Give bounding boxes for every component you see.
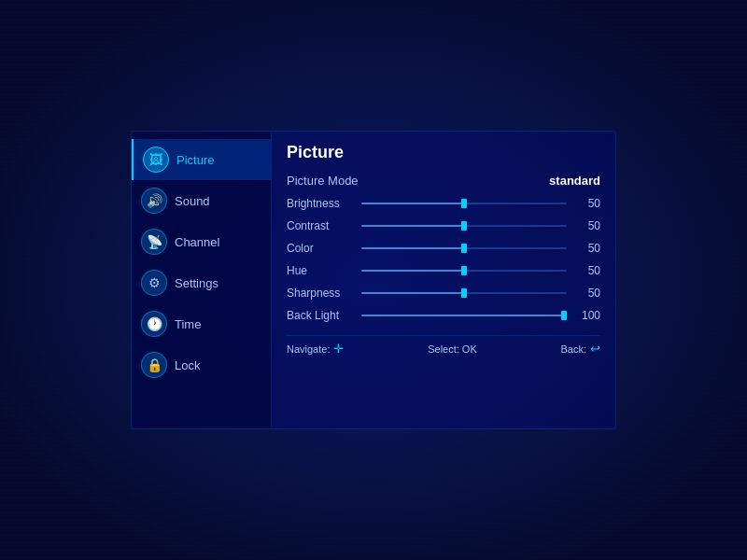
hue-row: Hue 50: [287, 262, 600, 279]
channel-icon: 📡: [141, 229, 167, 255]
brightness-row: Brightness 50: [287, 195, 600, 212]
contrast-row: Contrast 50: [287, 217, 600, 234]
settings-icon: ⚙: [141, 270, 167, 296]
sidebar-label-sound: Sound: [175, 194, 210, 208]
picture-mode-row: Picture Mode standard: [287, 172, 600, 189]
sidebar-label-time: Time: [175, 317, 201, 331]
contrast-label: Contrast: [287, 219, 354, 232]
sidebar-item-settings[interactable]: ⚙ Settings: [132, 262, 271, 303]
backlight-fill: [361, 315, 567, 316]
sharpness-label: Sharpness: [287, 287, 354, 300]
backlight-row: Back Light 100: [287, 307, 600, 324]
sidebar-label-picture: Picture: [176, 153, 214, 167]
picture-mode-value: standard: [549, 174, 600, 188]
backlight-thumb: [561, 311, 567, 320]
contrast-value: 50: [574, 219, 600, 232]
sharpness-fill: [361, 292, 464, 294]
brightness-value: 50: [574, 197, 600, 210]
main-content: Picture Picture Mode standard Brightness…: [272, 132, 615, 428]
sharpness-value: 50: [574, 287, 600, 300]
brightness-fill: [361, 203, 464, 204]
menu-container: 🖼 Picture 🔊 Sound 📡 Channel ⚙ Settings 🕐…: [131, 131, 616, 429]
color-fill: [361, 247, 464, 249]
lock-icon: 🔒: [141, 352, 167, 378]
hue-value: 50: [574, 264, 600, 277]
page-title: Picture: [287, 143, 600, 162]
sharpness-slider[interactable]: [361, 292, 567, 294]
select-label: Select: OK: [428, 343, 477, 355]
hue-slider[interactable]: [361, 270, 567, 272]
nav-bar: Navigate: ✛ Select: OK Back: ↩: [287, 335, 600, 356]
color-thumb: [461, 244, 467, 253]
sidebar-label-lock: Lock: [175, 358, 200, 372]
sidebar-item-time[interactable]: 🕐 Time: [132, 303, 271, 344]
contrast-fill: [361, 225, 464, 227]
brightness-thumb: [461, 199, 467, 208]
picture-mode-label: Picture Mode: [287, 174, 359, 188]
sound-icon: 🔊: [141, 188, 167, 214]
backlight-value: 100: [574, 309, 600, 322]
sidebar-label-settings: Settings: [175, 276, 218, 290]
hue-thumb: [461, 266, 467, 275]
sidebar-item-sound[interactable]: 🔊 Sound: [132, 180, 271, 221]
back-hint: Back: ↩: [560, 342, 600, 356]
contrast-thumb: [461, 221, 467, 231]
navigate-hint: Navigate: ✛: [287, 342, 344, 356]
sidebar-item-picture[interactable]: 🖼 Picture: [132, 139, 271, 180]
color-row: Color 50: [287, 240, 600, 257]
time-icon: 🕐: [141, 311, 167, 337]
sharpness-thumb: [461, 288, 467, 298]
backlight-label: Back Light: [287, 309, 354, 322]
back-icon: ↩: [590, 342, 600, 356]
sidebar-label-channel: Channel: [175, 235, 219, 249]
navigate-label: Navigate:: [287, 343, 330, 355]
sidebar-item-lock[interactable]: 🔒 Lock: [132, 344, 271, 385]
brightness-label: Brightness: [287, 197, 354, 210]
color-value: 50: [574, 242, 600, 255]
sharpness-row: Sharpness 50: [287, 285, 600, 301]
brightness-slider[interactable]: [361, 203, 567, 204]
contrast-slider[interactable]: [361, 225, 567, 227]
hue-fill: [361, 270, 464, 272]
tv-background: 🖼 Picture 🔊 Sound 📡 Channel ⚙ Settings 🕐…: [0, 0, 747, 560]
sidebar-item-channel[interactable]: 📡 Channel: [132, 221, 271, 262]
backlight-slider[interactable]: [361, 315, 567, 316]
sidebar: 🖼 Picture 🔊 Sound 📡 Channel ⚙ Settings 🕐…: [132, 132, 272, 428]
select-hint: Select: OK: [428, 343, 477, 355]
picture-icon: 🖼: [143, 147, 169, 173]
navigate-icon: ✛: [333, 342, 344, 356]
color-label: Color: [287, 242, 354, 255]
back-label: Back:: [560, 343, 586, 355]
color-slider[interactable]: [361, 247, 567, 249]
hue-label: Hue: [287, 264, 354, 277]
